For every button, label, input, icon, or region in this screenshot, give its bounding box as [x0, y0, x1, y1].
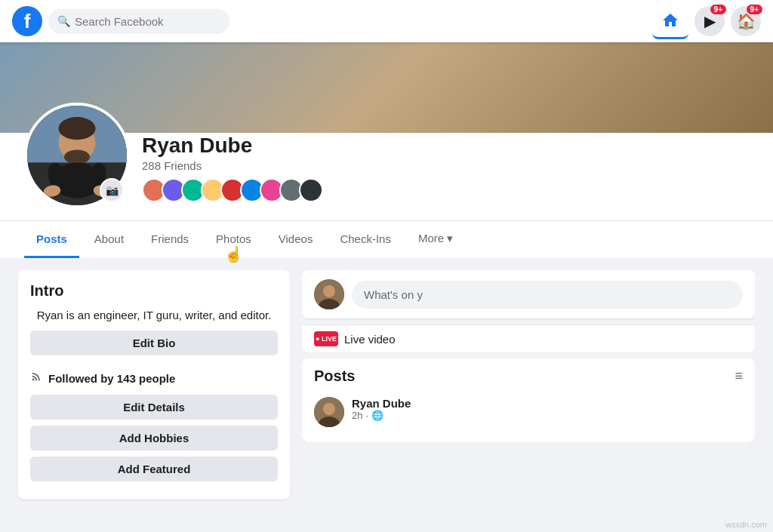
globe-icon: · [365, 410, 368, 421]
rss-icon [30, 371, 42, 383]
tab-checkins[interactable]: Check-Ins [328, 222, 403, 258]
edit-bio-button[interactable]: Edit Bio [30, 331, 278, 355]
store-button[interactable]: 🏠 9+ [731, 6, 761, 36]
post-avatar [314, 397, 344, 427]
tab-about[interactable]: About [82, 222, 136, 258]
post-time: 2h · 🌐 [352, 410, 411, 421]
add-featured-button[interactable]: Add Featured [30, 457, 278, 481]
tab-videos[interactable]: Videos [266, 222, 325, 258]
video-badge: 9+ [710, 5, 726, 14]
create-post-input[interactable]: What's on y [352, 281, 743, 309]
tab-photos[interactable]: Photos ☝ [204, 222, 263, 258]
create-post-avatar [314, 279, 344, 309]
followers-row: Followed by 143 people [30, 371, 278, 386]
content-area: Intro Ryan is an engineer, IT guru, writ… [0, 258, 773, 512]
profile-info: Ryan Dube 288 Friends [142, 134, 319, 208]
main-content: 📷 Ryan Dube 288 Friends [0, 42, 773, 512]
right-panel: What's on y ● LIVE Live video Posts ≡ [302, 270, 755, 442]
live-video-icon: ● LIVE [314, 331, 338, 346]
search-bar-container[interactable]: 🔍 [48, 9, 229, 34]
search-input[interactable] [75, 15, 220, 28]
tab-friends[interactable]: Friends [139, 222, 201, 258]
post-privacy-icon: 🌐 [371, 410, 383, 421]
intro-card: Intro Ryan is an engineer, IT guru, writ… [18, 270, 290, 500]
followers-text: Followed by 143 people [48, 372, 175, 385]
posts-section: Posts ≡ Ryan Dube 2h [302, 358, 755, 442]
svg-point-15 [323, 403, 335, 415]
profile-section: 📷 Ryan Dube 288 Friends [0, 133, 773, 258]
facebook-logo[interactable]: f [12, 6, 42, 36]
svg-point-12 [323, 285, 335, 297]
camera-icon: 📷 [106, 184, 119, 196]
live-video-label: Live video [344, 333, 396, 346]
post-user-info: Ryan Dube 2h · 🌐 [352, 397, 411, 421]
store-badge: 9+ [747, 5, 762, 14]
intro-title: Intro [30, 282, 278, 300]
posts-header: Posts ≡ [314, 367, 743, 385]
svg-point-5 [64, 149, 90, 164]
home-icon [661, 11, 679, 29]
tab-posts[interactable]: Posts [24, 222, 79, 258]
post-item: Ryan Dube 2h · 🌐 [314, 391, 743, 433]
posts-title: Posts [314, 367, 355, 385]
video-button[interactable]: ▶ 9+ [694, 6, 725, 36]
intro-bio: Ryan is an engineer, IT guru, writer, an… [30, 309, 278, 321]
live-video-row[interactable]: ● LIVE Live video [302, 324, 755, 352]
search-icon: 🔍 [57, 15, 70, 27]
profile-tabs: Posts About Friends Photos ☝ Videos Chec… [0, 220, 773, 258]
camera-button[interactable]: 📷 [100, 178, 124, 202]
filter-icon[interactable]: ≡ [735, 368, 743, 384]
profile-name: Ryan Dube [142, 134, 319, 158]
friends-avatars [142, 178, 319, 202]
profile-header: 📷 Ryan Dube 288 Friends [0, 133, 773, 220]
add-hobbies-button[interactable]: Add Hobbies [30, 426, 278, 451]
nav-right-icons: ▶ 9+ 🏠 9+ [652, 3, 761, 39]
avatar-wrapper: 📷 [24, 103, 130, 208]
friends-count[interactable]: 288 Friends [142, 159, 319, 172]
create-post-box: What's on y [302, 270, 755, 318]
top-navigation: f 🔍 ▶ 9+ 🏠 9+ [0, 0, 773, 42]
tab-more[interactable]: More ▾ [406, 221, 465, 258]
friend-avatar[interactable] [299, 178, 323, 202]
followers-icon [30, 371, 42, 386]
home-button[interactable] [652, 3, 688, 39]
store-icon: 🏠 [737, 12, 756, 30]
post-username[interactable]: Ryan Dube [352, 397, 411, 410]
video-icon: ▶ [704, 12, 716, 30]
edit-details-button[interactable]: Edit Details [30, 395, 278, 420]
svg-point-4 [58, 117, 95, 140]
